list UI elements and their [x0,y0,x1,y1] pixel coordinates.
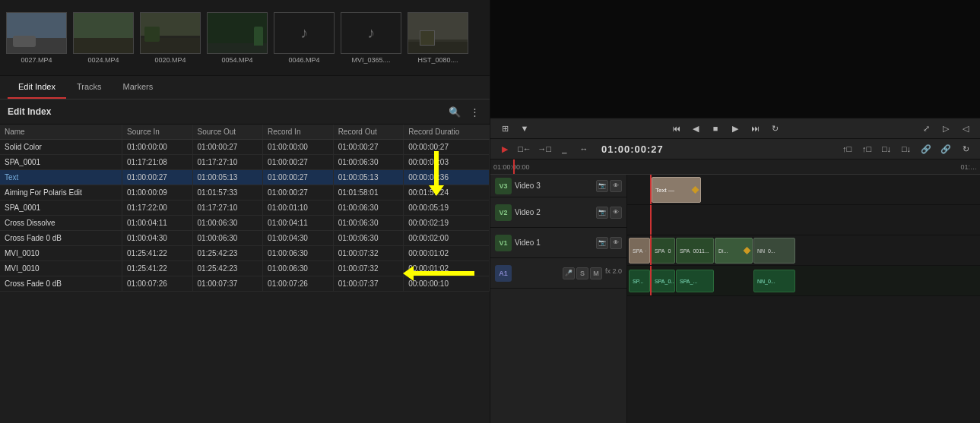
table-row[interactable]: Text01:00:00:2701:00:05:1301:00:00:2701:… [0,170,490,185]
table-cell-8-4: 01:00:07:32 [333,261,404,276]
loop-btn[interactable]: ↻ [766,121,783,136]
track-icon-mic-a1[interactable]: 🎤 [563,267,575,279]
media-thumb-0020[interactable]: 0020.MP4 [140,12,201,64]
table-row[interactable]: MVI_001001:25:41:2201:25:42:2301:00:06:3… [0,246,490,261]
track-icon-eye-v1[interactable]: 👁 [610,237,622,249]
clip-text-v3[interactable]: Text — [652,177,701,203]
select-tool-btn[interactable]: ▶ [496,141,513,156]
preview-area [490,0,980,118]
table-row[interactable]: Cross Dissolve01:00:04:1101:00:06:3001:0… [0,216,490,231]
table-row[interactable]: MVI_001001:25:41:2201:25:42:2301:00:06:3… [0,261,490,276]
tab-markers[interactable]: Markers [113,76,164,99]
skip-to-start-btn[interactable]: ⏮ [668,121,684,136]
table-row[interactable]: Aiming For Polaris Edit01:00:00:0901:01:… [0,185,490,200]
track-icon-camera-v3[interactable]: 📷 [596,180,608,192]
clip-spa0-v1[interactable]: SPA_0... [651,238,675,264]
play-btn[interactable]: ▶ [727,121,744,136]
zoom-btn[interactable]: ⊞ [496,121,513,136]
table-cell-9-3: 01:00:07:26 [263,276,334,292]
tab-tracks[interactable]: Tracks [66,76,113,99]
table-row[interactable]: Cross Fade 0 dB01:00:04:3001:00:06:3001:… [0,231,490,246]
overwrite-btn[interactable]: □↓ [878,141,895,156]
tab-edit-index[interactable]: Edit Index [8,76,66,99]
clip-di-label: Di... [718,248,728,254]
table-row[interactable]: Cross Fade 0 dB01:00:07:2601:00:07:3701:… [0,276,490,292]
clip-spa0011-v1[interactable]: SPA_0011... [676,238,714,264]
insert-btn[interactable]: □↓ [898,141,915,156]
track-icon-m-a1[interactable]: M [590,267,602,279]
media-thumb-0024[interactable]: 0024.MP4 [73,12,134,64]
clip-di-v1[interactable]: Di... [715,238,753,264]
table-row[interactable]: SPA_000101:17:21:0801:17:27:1001:00:00:2… [0,155,490,170]
prev-track-btn[interactable]: ◁ [957,121,974,136]
table-cell-0-4: 01:00:00:27 [333,140,404,155]
more-options-btn[interactable]: ⋮ [467,104,482,119]
clip-spa0-a1[interactable]: SPA_0... [651,270,675,292]
col-record-in: Record In [263,125,334,140]
table-cell-5-5: 00:00:02:19 [404,216,490,231]
media-thumb-0027[interactable]: 0027.MP4 [6,12,67,64]
thumb-label-0024: 0024.MP4 [87,56,119,64]
track-icon-s-a1[interactable]: S [576,267,588,279]
clip-nn0-v1[interactable]: NN_0... [753,238,795,264]
unlink-btn[interactable]: 🔗 [937,141,954,156]
edit-index-table-container: Name Source In Source Out Record In Reco… [0,125,490,423]
table-cell-1-4: 01:00:06:30 [333,155,404,170]
table-cell-3-4: 01:01:58:01 [333,185,404,200]
track-icon-camera-v2[interactable]: 📷 [596,207,608,219]
expand-btn[interactable]: ⤢ [918,121,934,136]
table-row[interactable]: Solid Color01:00:00:0001:00:00:2701:00:0… [0,140,490,155]
track-label-v2: V2 Video 2 📷 👁 [490,197,626,228]
search-icon-btn[interactable]: 🔍 [447,104,462,119]
col-record-out: Record Out [333,125,404,140]
playhead-v3 [650,175,652,204]
lift-btn[interactable]: ↑□ [839,141,855,156]
next-track-btn[interactable]: ▷ [937,121,954,136]
transport-bottom: ▶ □← →□ ⎯ ↔ 01:00:00:27 ↑□ ↑□ □↓ □↓ 🔗 🔗 … [490,139,980,159]
step-back-btn[interactable]: ◀ [687,121,704,136]
col-name: Name [0,125,122,140]
extract-btn[interactable]: ↑□ [858,141,875,156]
table-cell-5-4: 01:00:06:30 [333,216,404,231]
clip-sp-a1[interactable]: SP... [629,270,650,292]
thumb-label-hst: HST_0080.... [417,56,458,64]
stop-btn[interactable]: ■ [707,121,724,136]
ruler-time-start: 01:00:00:00 [493,163,530,171]
edit-index-title: Edit Index [8,106,51,117]
timeline-area: 01:00:00:00 01:… V3 Video 3 📷 👁 [490,159,980,423]
media-thumb-0054[interactable]: 0054.MP4 [207,12,268,64]
media-thumb-0046[interactable]: ♪ 0046.MP4 [274,12,335,64]
razor-btn[interactable]: ⎯ [556,141,572,156]
clip-spa-a1[interactable]: SPA_... [676,270,714,292]
slip-btn[interactable]: ↔ [576,141,592,156]
table-row[interactable]: SPA_000101:17:22:0001:17:27:1001:00:01:1… [0,200,490,216]
roll-btn[interactable]: →□ [536,141,553,156]
clip-nn0-a1-label: NN_0... [757,279,775,284]
track-icon-eye-v3[interactable]: 👁 [610,180,622,192]
table-cell-0-0: Solid Color [0,140,122,155]
clip-nn0-a1[interactable]: NN_0... [753,270,795,292]
clip-text-v3-label: Text — [655,187,674,194]
media-thumb-mvi[interactable]: ♪ MVI_0365.... [341,12,401,64]
header-icons: 🔍 ⋮ [447,104,482,119]
thumb-img-0054 [207,12,268,54]
ripple-btn[interactable]: □← [516,141,533,156]
table-cell-9-2: 01:00:07:37 [192,276,263,292]
table-cell-8-5: 00:00:01:02 [404,261,490,276]
sync-btn[interactable]: ↻ [957,141,974,156]
track-icon-camera-v1[interactable]: 📷 [596,237,608,249]
track-content-v2 [627,205,980,235]
ruler-time-end: 01:… [960,163,977,171]
track-icons-a1: 🎤 S M fx 2.0 [563,267,622,279]
col-record-duration: Record Duratio [404,125,490,140]
table-cell-4-4: 01:00:06:30 [333,200,404,216]
table-cell-8-3: 01:00:06:30 [263,261,334,276]
clip-spa000-v1[interactable]: SPA_000... [629,238,650,264]
table-cell-3-5: 00:01:57:24 [404,185,490,200]
zoom-dropdown-btn[interactable]: ▼ [516,121,533,136]
track-icon-eye-v2[interactable]: 👁 [610,207,622,219]
thumb-label-0027: 0027.MP4 [21,56,52,64]
skip-fwd-btn[interactable]: ⏭ [747,121,763,136]
link-btn[interactable]: 🔗 [918,141,934,156]
media-thumb-hst[interactable]: HST_0080.... [408,12,468,64]
